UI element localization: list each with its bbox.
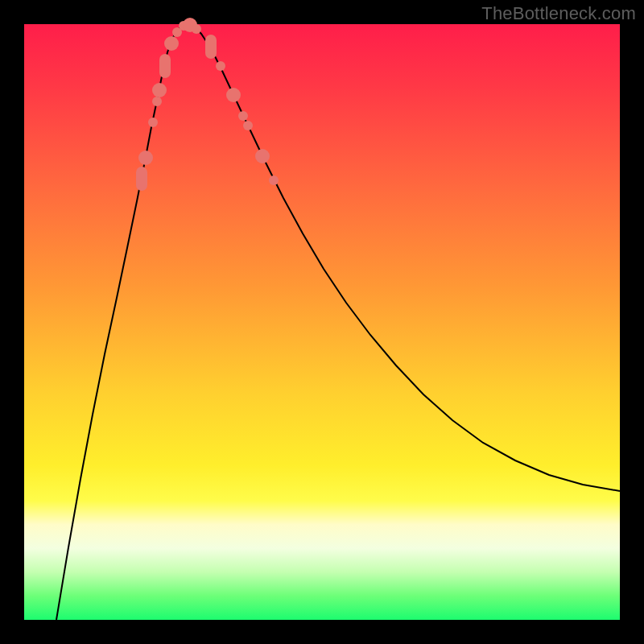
curve-marker	[136, 167, 147, 191]
curve-marker	[216, 61, 225, 71]
curve-marker	[159, 54, 171, 78]
chart-frame: TheBottleneck.com	[0, 0, 644, 644]
curve-markers	[136, 18, 279, 191]
curve-marker	[192, 24, 201, 34]
bottleneck-curve	[24, 24, 620, 620]
curve-marker	[205, 35, 217, 59]
curve-marker	[152, 97, 162, 106]
curve-path	[56, 24, 620, 620]
plot-area	[24, 24, 620, 620]
curve-marker	[238, 111, 248, 121]
curve-marker	[255, 149, 270, 163]
curve-marker	[243, 121, 253, 130]
curve-marker	[226, 88, 241, 102]
curve-marker	[138, 151, 153, 165]
curve-marker	[164, 36, 179, 51]
watermark-text: TheBottleneck.com	[481, 3, 636, 24]
curve-marker	[152, 83, 167, 97]
curve-marker	[269, 175, 279, 185]
curve-marker	[148, 118, 158, 127]
